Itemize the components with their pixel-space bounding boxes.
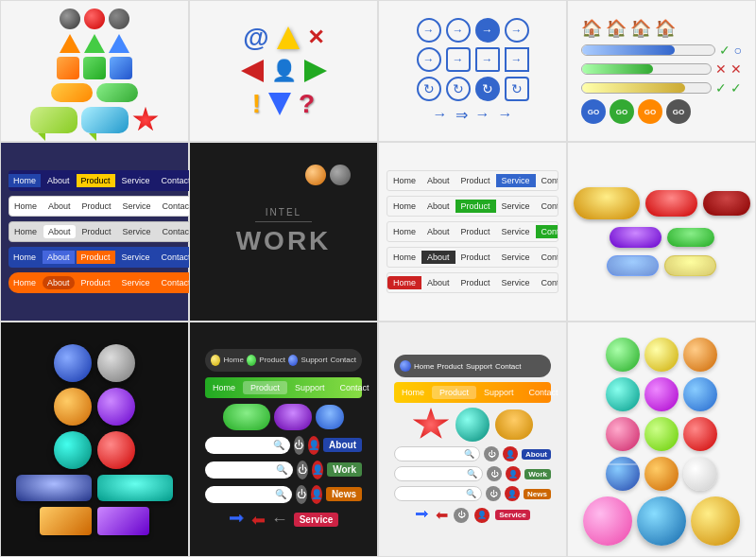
dn-contact[interactable]: Contact: [330, 356, 356, 364]
right-arrow-sq-4[interactable]: →: [505, 47, 529, 72]
dc-rect-teal[interactable]: [97, 475, 173, 501]
cnav-about-1[interactable]: About: [421, 174, 455, 187]
ggn-product[interactable]: Product: [243, 381, 287, 394]
wn-service-label[interactable]: Service: [495, 510, 529, 520]
cnav-contact-4[interactable]: Contact: [536, 251, 558, 264]
dc-sq-purple[interactable]: [97, 507, 149, 535]
cnav-product-1[interactable]: Product: [455, 174, 496, 187]
go-badge-blue[interactable]: GO: [581, 99, 606, 124]
oval-yellow-trans-btn[interactable]: [664, 255, 716, 276]
cc-globe-orange-ball[interactable]: [644, 457, 679, 491]
cnav-service-1[interactable]: Service: [496, 174, 536, 187]
search-bar-2[interactable]: 🔍: [205, 461, 293, 479]
nav-home-1[interactable]: Home: [9, 174, 41, 187]
search-bar-1[interactable]: 🔍: [205, 437, 290, 454]
right-arrow-sq-1[interactable]: →: [417, 47, 441, 72]
icon-user-2[interactable]: 👤: [312, 461, 323, 479]
nav-service-4[interactable]: Service: [117, 251, 155, 264]
right-arrow-circle-2[interactable]: →: [446, 18, 471, 43]
go-badge-orange[interactable]: GO: [638, 99, 662, 124]
orange-oval[interactable]: [51, 83, 93, 102]
nav-about-5[interactable]: About: [43, 276, 75, 289]
cnav-service-4[interactable]: Service: [496, 251, 536, 264]
wn-power-4[interactable]: ⏻: [454, 508, 469, 523]
cnav-about-4[interactable]: About: [421, 251, 455, 264]
wn-home[interactable]: Home: [414, 362, 434, 371]
cnav-contact-5[interactable]: Contact: [536, 276, 558, 289]
chat-bubble-2[interactable]: [81, 107, 129, 133]
blue-square[interactable]: [110, 57, 132, 79]
cc-lime-ball[interactable]: [644, 417, 679, 451]
search-bar-3[interactable]: 🔍: [205, 486, 292, 503]
cc-teal-ball[interactable]: [606, 377, 640, 411]
right-arrow-circle-3[interactable]: →: [475, 18, 500, 43]
go-badge-green[interactable]: GO: [610, 99, 634, 124]
wn-news-label[interactable]: News: [524, 489, 551, 499]
nav-about-1[interactable]: About: [43, 174, 75, 187]
cnav-about-2[interactable]: About: [421, 200, 455, 213]
refresh-1[interactable]: ↻: [417, 77, 441, 101]
dc-teal-ball[interactable]: [54, 431, 92, 469]
nav-home-2[interactable]: Home: [9, 200, 42, 213]
nav-service-5[interactable]: Service: [117, 276, 155, 289]
chat-bubble-1[interactable]: [30, 107, 77, 133]
dark-circle-1[interactable]: [60, 9, 80, 29]
icon-power-1[interactable]: ⏻: [294, 436, 304, 455]
green-square[interactable]: [83, 57, 106, 79]
nav-about-4[interactable]: About: [43, 251, 75, 264]
wn-user-3[interactable]: 👤: [505, 486, 520, 501]
wn-work-label[interactable]: Work: [524, 469, 551, 479]
nav-service-1[interactable]: Service: [117, 174, 155, 187]
cc-blue-ball[interactable]: [683, 377, 717, 411]
cnav-home-4[interactable]: Home: [387, 251, 421, 264]
wn-search-bar-3[interactable]: 🔍: [394, 486, 482, 501]
dc-orange-ball[interactable]: [54, 388, 92, 426]
oval-green-btn[interactable]: [667, 228, 714, 247]
cnav-service-2[interactable]: Service: [496, 200, 536, 213]
nav-home-3[interactable]: Home: [9, 225, 42, 238]
nav-product-2[interactable]: Product: [77, 200, 116, 213]
cnav-service-5[interactable]: Service: [496, 276, 536, 289]
nav-service-3[interactable]: Service: [118, 225, 156, 238]
dc-sq-orange[interactable]: [40, 507, 92, 535]
cnav-home-1[interactable]: Home: [387, 174, 421, 187]
cnav-product-4[interactable]: Product: [455, 251, 496, 264]
cc-large-gold-ball[interactable]: [691, 496, 740, 546]
dark-circle-2[interactable]: [109, 9, 129, 29]
refresh-3[interactable]: ↻: [475, 77, 500, 101]
menu-news[interactable]: News: [326, 487, 362, 501]
ggn-support[interactable]: Support: [287, 381, 333, 394]
dc-blue-ball[interactable]: [54, 344, 92, 382]
wn-product-2[interactable]: Product: [432, 386, 476, 399]
refresh-2[interactable]: ↻: [446, 77, 471, 101]
cnav-home-5[interactable]: Home: [387, 276, 421, 289]
oval-red-btn[interactable]: [645, 190, 697, 217]
right-arrow-circle-1[interactable]: →: [417, 18, 441, 43]
menu-work[interactable]: Work: [327, 462, 362, 477]
dc-silver-ball[interactable]: [97, 344, 135, 382]
nav-about-3[interactable]: About: [43, 225, 76, 238]
icon-user-1[interactable]: 👤: [308, 436, 319, 455]
cnav-about-5[interactable]: About: [421, 276, 455, 289]
cnav-contact-3[interactable]: Contact: [536, 225, 558, 238]
cnav-contact-2[interactable]: Contact: [536, 200, 558, 213]
wn-user-4[interactable]: 👤: [474, 508, 490, 523]
icon-power-3[interactable]: ⏻: [296, 485, 307, 504]
cnav-home-2[interactable]: Home: [387, 200, 421, 213]
dc-rect-blue[interactable]: [16, 475, 92, 501]
icon-power-2[interactable]: ⏻: [297, 461, 308, 479]
cnav-service-3[interactable]: Service: [496, 225, 536, 238]
cc-pink-ball[interactable]: [606, 417, 640, 451]
right-arrow-sq-2[interactable]: →: [446, 47, 471, 72]
cnav-product-3[interactable]: Product: [455, 225, 496, 238]
wn-support-2[interactable]: Support: [476, 386, 522, 399]
oval-purple-btn[interactable]: [610, 227, 662, 248]
dc-red-ball[interactable]: [97, 431, 135, 469]
cnav-about-3[interactable]: About: [421, 225, 455, 238]
wn-product[interactable]: Product: [437, 362, 463, 371]
nav-home-4[interactable]: Home: [9, 251, 41, 264]
cc-orange-ball[interactable]: [683, 338, 717, 372]
green-oval[interactable]: [96, 83, 138, 102]
nav-product-5[interactable]: Product: [77, 276, 115, 289]
dn-home[interactable]: Home: [223, 356, 243, 364]
